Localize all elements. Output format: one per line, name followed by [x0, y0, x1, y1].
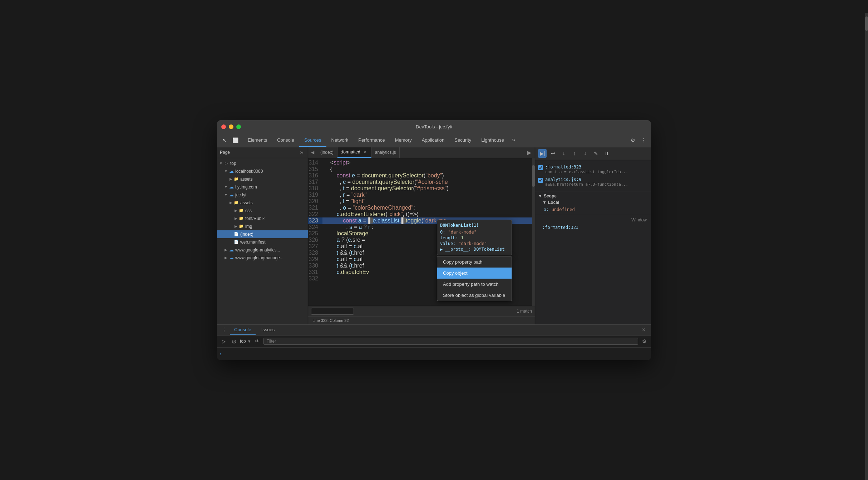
device-icon[interactable]: ⬜ [231, 136, 240, 145]
editor-tab-index[interactable]: (index) [317, 147, 337, 158]
tree-item-ga[interactable]: ▶ ☁ www.google-analytics... [217, 246, 308, 254]
folder-icon-assets-jecfyi: 📁 [233, 200, 239, 206]
console-settings-btn[interactable]: ⚙ [640, 337, 648, 345]
editor-tab-analytics[interactable]: analytics.js [371, 147, 400, 158]
editor-tab-nav-left[interactable]: ◀ [308, 147, 317, 158]
scope-label: Scope [544, 194, 557, 199]
minimize-button[interactable] [229, 124, 233, 129]
tree-label-ga: www.google-analytics... [235, 248, 305, 253]
tree-item-img[interactable]: ▶ 📁 img [217, 222, 308, 230]
tree-arrow-top: ▼ [218, 161, 223, 166]
console-menu-btn[interactable]: ⋮ [220, 325, 228, 334]
tree-arrow-gtm: ▶ [223, 255, 228, 260]
search-input[interactable] [311, 308, 354, 315]
ctx-copy-property-path[interactable]: Copy property path [437, 256, 512, 268]
console-tab-issues[interactable]: Issues [257, 324, 279, 335]
breakpoint-1-checkbox[interactable] [538, 165, 543, 170]
tree-label-img: img [245, 224, 305, 229]
scope-section: ▼ Scope ▼ Local a: undefined [535, 191, 651, 215]
tab-sources[interactable]: Sources [299, 133, 326, 147]
tree-item-index[interactable]: 📄 (index) [217, 230, 308, 238]
debug-stepover-btn[interactable]: ↩ [549, 149, 557, 158]
cursor-icon[interactable]: ↖ [220, 136, 229, 145]
dtl-row-0: 0: "dark-mode" [440, 229, 509, 235]
maximize-button[interactable] [236, 124, 241, 129]
folder-icon-css: 📁 [238, 208, 244, 214]
file-tree-label: Page [220, 150, 230, 155]
console-filter-input[interactable] [263, 338, 638, 345]
settings-icon[interactable]: ⚙ [628, 136, 637, 145]
tree-item-jecfyi[interactable]: ▼ ☁ jec.fyi [217, 191, 308, 199]
tree-item-localhost[interactable]: ▼ ☁ localhost:8080 [217, 167, 308, 175]
tab-lighthouse[interactable]: Lighthouse [476, 133, 509, 147]
code-scrollbar-thumb[interactable] [532, 165, 535, 187]
debug-stepinto-btn[interactable]: ↓ [559, 149, 568, 158]
file-tree-more[interactable]: » [299, 149, 305, 156]
breakpoint-2-checkbox[interactable] [538, 178, 543, 183]
tree-item-ytimg[interactable]: ▼ ☁ i.ytimg.com [217, 183, 308, 191]
tooltip-overlay: DOMTokenList(1) 0: "dark-mode" length: 1… [437, 220, 512, 301]
file-tree: ▼ ▷ top ▼ ☁ localhost:8080 ▶ 📁 assets [217, 158, 308, 324]
debug-step-btn[interactable]: ↕ [581, 149, 590, 158]
breakpoint-1-info: :formatted:323 const a = e.classList.tog… [545, 165, 648, 174]
code-line-321: 321 , o = "colorSchemeChanged"; [308, 205, 535, 211]
console-tab-console[interactable]: Console [230, 324, 256, 335]
console-prompt: › [220, 351, 222, 357]
tree-item-css[interactable]: ▶ 📁 css [217, 207, 308, 215]
breakpoint-2-code: a&&a.href}return a},B=function(a... [545, 182, 648, 187]
tab-memory[interactable]: Memory [390, 133, 417, 147]
local-scope-header[interactable]: ▼ Local [538, 200, 648, 205]
ctx-store-global[interactable]: Store object as global variable [437, 290, 512, 301]
bottom-panel: ⋮ Console Issues × ▷ ⊘ top ▼ 👁 ⚙ › [217, 324, 651, 360]
close-button[interactable] [221, 124, 226, 129]
console-context-select[interactable]: top ▼ [240, 339, 251, 344]
tab-security[interactable]: Security [449, 133, 476, 147]
tree-arrow-manifest [228, 240, 233, 245]
window-title: DevTools - jec.fyi/ [416, 124, 452, 129]
tab-elements[interactable]: Elements [243, 133, 272, 147]
tab-performance[interactable]: Performance [353, 133, 390, 147]
folder-icon-font: 📁 [238, 216, 244, 221]
code-area[interactable]: 314 <script> 315 { 316 const e = documen… [308, 158, 535, 306]
devtools-window: DevTools - jec.fyi/ ↖ ⬜ Elements Console… [217, 120, 651, 360]
code-scrollbar[interactable] [532, 158, 535, 306]
editor-tab-formatted[interactable]: :formatted × [337, 147, 371, 158]
debug-resume-btn[interactable]: ▶| [538, 149, 547, 158]
file-tree-panel: Page » ▼ ▷ top ▼ ☁ localhost:8080 ▶ [217, 147, 308, 324]
console-eye-btn[interactable]: 👁 [253, 337, 261, 345]
host-icon-localhost: ☁ [228, 168, 234, 174]
debug-stepout-btn[interactable]: ↑ [570, 149, 579, 158]
tab-more[interactable]: » [509, 133, 518, 147]
breakpoint-2-location: analytics.js:9 [545, 177, 648, 182]
ctx-copy-object[interactable]: Copy object [437, 268, 512, 279]
host-icon-jecfyi: ☁ [228, 192, 234, 198]
toolbar-right: ⚙ ⋮ [628, 136, 648, 145]
ctx-add-to-watch[interactable]: Add property path to watch [437, 279, 512, 290]
tree-item-font[interactable]: ▶ 📁 font/Rubik [217, 215, 308, 222]
tree-item-top[interactable]: ▼ ▷ top [217, 160, 308, 167]
editor-tab-formatted-close[interactable]: × [363, 150, 368, 155]
tree-item-assets-jecfyi[interactable]: ▶ 📁 assets [217, 199, 308, 207]
tab-console[interactable]: Console [272, 133, 299, 147]
search-bar: 1 match [308, 306, 535, 317]
call-stack-item-1[interactable]: :formatted:323 [538, 224, 648, 231]
main-tab-bar: Elements Console Sources Network Perform… [243, 133, 628, 147]
console-tabs: ⋮ Console Issues × [217, 325, 651, 335]
tree-item-manifest[interactable]: 📄 web.manifest [217, 238, 308, 246]
tree-item-assets-localhost[interactable]: ▶ 📁 assets [217, 175, 308, 183]
debug-pause-btn[interactable]: ⏸ [602, 149, 611, 158]
editor-tab-nav-right[interactable]: ▶ [526, 147, 535, 158]
tab-network[interactable]: Network [326, 133, 354, 147]
console-run-btn[interactable]: ▷ [220, 337, 228, 345]
more-options-icon[interactable]: ⋮ [639, 136, 648, 145]
console-close-btn[interactable]: × [640, 325, 648, 334]
debug-deactivate-btn[interactable]: ✎ [592, 149, 600, 158]
scope-header[interactable]: ▼ Scope [538, 194, 648, 199]
tree-item-gtm[interactable]: ▶ ☁ www.googletagmanage... [217, 254, 308, 262]
tree-arrow-css: ▶ [233, 208, 238, 213]
tree-arrow-img: ▶ [233, 224, 238, 229]
console-block-btn[interactable]: ⊘ [230, 337, 238, 345]
scope-arrow: ▼ [538, 194, 542, 199]
tab-application[interactable]: Application [417, 133, 450, 147]
host-icon-ga: ☁ [228, 247, 234, 253]
